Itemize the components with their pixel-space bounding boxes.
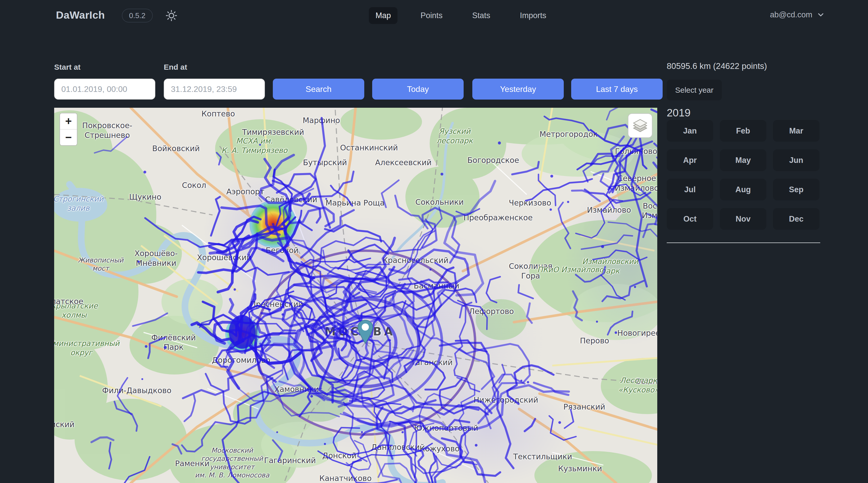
tab-imports[interactable]: Imports [513, 7, 553, 24]
month-button-feb[interactable]: Feb [720, 120, 766, 142]
year-heading: 2019 [667, 107, 690, 119]
end-at-label: End at [164, 63, 187, 71]
layers-icon [632, 118, 648, 133]
map[interactable]: Покровское- СтрешневоКоптевоМарфиноТимир… [54, 108, 657, 483]
zoom-out-button[interactable]: − [60, 129, 77, 145]
version-badge: 0.5.2 [122, 9, 153, 23]
select-year-button[interactable]: Select year [667, 79, 722, 100]
month-button-nov[interactable]: Nov [720, 208, 766, 230]
start-at-label: Start at [54, 63, 81, 71]
month-button-oct[interactable]: Oct [667, 208, 713, 230]
month-button-sep[interactable]: Sep [773, 179, 819, 200]
month-button-jun[interactable]: Jun [773, 149, 819, 171]
zoom-in-button[interactable]: + [60, 114, 77, 129]
gps-tracks-layer [54, 108, 657, 483]
main-nav: MapPointsStatsImports [369, 7, 553, 24]
end-at-input[interactable] [164, 78, 265, 100]
layers-control[interactable] [628, 114, 652, 138]
month-button-jul[interactable]: Jul [667, 179, 713, 200]
user-email: ab@cd.com [770, 10, 812, 20]
theme-toggle-sun-icon[interactable] [165, 9, 178, 22]
today-button[interactable]: Today [372, 78, 464, 100]
month-button-jan[interactable]: Jan [667, 120, 713, 142]
distance-stats: 80595.6 km (24622 points) [667, 61, 767, 71]
yesterday-button[interactable]: Yesterday [472, 78, 564, 100]
month-grid: JanFebMarAprMayJunJulAugSepOctNovDec [667, 120, 819, 230]
month-button-mar[interactable]: Mar [773, 120, 819, 142]
tab-stats[interactable]: Stats [465, 7, 497, 24]
search-button[interactable]: Search [273, 78, 364, 100]
month-button-may[interactable]: May [720, 149, 766, 171]
chevron-down-icon [816, 10, 825, 19]
month-button-apr[interactable]: Apr [667, 149, 713, 171]
app-logo[interactable]: DaWarIch [56, 9, 105, 21]
tab-points[interactable]: Points [414, 7, 449, 24]
zoom-control: + − [60, 113, 78, 146]
start-at-input[interactable] [54, 78, 155, 100]
user-menu[interactable]: ab@cd.com [770, 10, 825, 20]
month-button-aug[interactable]: Aug [720, 179, 766, 200]
last-7-days-button[interactable]: Last 7 days [571, 78, 662, 100]
sidebar-divider [667, 243, 820, 243]
month-button-dec[interactable]: Dec [773, 208, 819, 230]
tab-map[interactable]: Map [369, 7, 398, 24]
